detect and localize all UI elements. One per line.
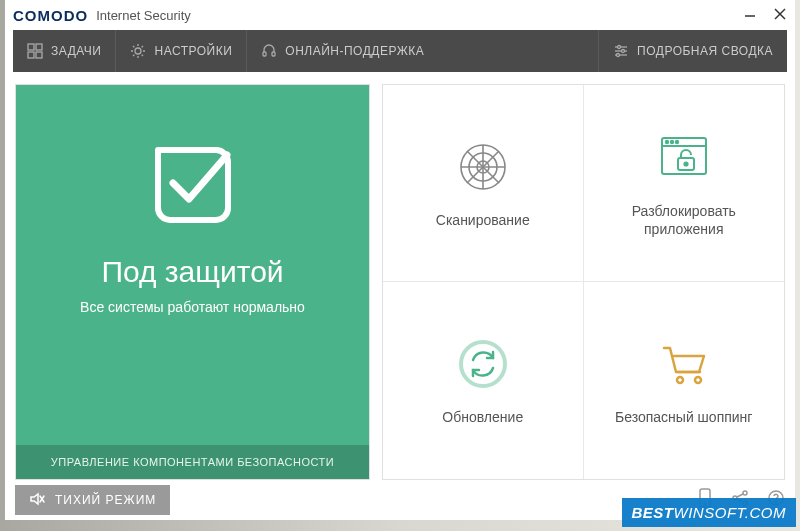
tiles-grid: Сканирование Разблокировать приложения: [382, 84, 785, 480]
svg-point-32: [695, 377, 701, 383]
svg-point-29: [684, 162, 687, 165]
svg-point-31: [677, 377, 683, 383]
tile-unblock-apps[interactable]: Разблокировать приложения: [584, 85, 785, 282]
toolbar-settings[interactable]: НАСТРОЙКИ: [116, 30, 246, 72]
svg-rect-4: [36, 44, 42, 50]
watermark-bold: BEST: [632, 504, 674, 521]
tile-scan-label: Сканирование: [426, 211, 540, 229]
tile-shopping-label: Безопасный шоппинг: [605, 408, 762, 426]
toolbar-summary[interactable]: ПОДРОБНАЯ СВОДКА: [599, 30, 787, 72]
svg-point-38: [743, 491, 747, 495]
svg-rect-9: [272, 52, 275, 56]
svg-point-25: [666, 141, 668, 143]
app-window: COMODO Internet Security ЗАДАЧИ: [5, 0, 795, 520]
manage-components-button[interactable]: УПРАВЛЕНИЕ КОМПОНЕНТАМИ БЕЗОПАСНОСТИ: [16, 445, 369, 479]
svg-point-26: [671, 141, 673, 143]
svg-point-15: [617, 54, 620, 57]
toolbar: ЗАДАЧИ НАСТРОЙКИ ОНЛАЙН-ПОДДЕРЖКА: [13, 30, 787, 72]
manage-components-label: УПРАВЛЕНИЕ КОМПОНЕНТАМИ БЕЗОПАСНОСТИ: [51, 456, 334, 468]
svg-point-11: [618, 46, 621, 49]
close-button[interactable]: [773, 7, 787, 24]
svg-rect-3: [28, 44, 34, 50]
tile-secure-shopping[interactable]: Безопасный шоппинг: [584, 282, 785, 479]
svg-rect-8: [263, 52, 266, 56]
watermark: BESTWINSOFT.COM: [622, 498, 796, 527]
gear-icon: [130, 43, 146, 59]
cart-icon: [656, 334, 712, 394]
tile-update-label: Обновление: [432, 408, 533, 426]
minimize-button[interactable]: [743, 7, 757, 24]
brand-logo: COMODO: [13, 7, 88, 24]
svg-point-27: [676, 141, 678, 143]
silent-mode-button[interactable]: ТИХИЙ РЕЖИМ: [15, 485, 170, 515]
tile-update[interactable]: Обновление: [383, 282, 584, 479]
svg-point-7: [135, 48, 141, 54]
brand-subtitle: Internet Security: [96, 8, 191, 23]
toolbar-support[interactable]: ОНЛАЙН-ПОДДЕРЖКА: [247, 30, 438, 72]
toolbar-tasks[interactable]: ЗАДАЧИ: [13, 30, 115, 72]
main-area: Под защитой Все системы работают нормаль…: [5, 72, 795, 480]
titlebar: COMODO Internet Security: [5, 0, 795, 30]
grid-icon: [27, 43, 43, 59]
toolbar-tasks-label: ЗАДАЧИ: [51, 44, 101, 58]
svg-rect-6: [36, 52, 42, 58]
toolbar-settings-label: НАСТРОЙКИ: [154, 44, 232, 58]
headset-icon: [261, 43, 277, 59]
status-card: Под защитой Все системы работают нормаль…: [15, 84, 370, 480]
unlock-window-icon: [656, 128, 712, 188]
tile-unblock-label: Разблокировать приложения: [584, 202, 785, 238]
watermark-thin: WINSOFT.COM: [674, 504, 786, 521]
mute-icon: [29, 491, 45, 510]
radar-icon: [455, 137, 511, 197]
svg-rect-5: [28, 52, 34, 58]
protected-check-icon: [133, 125, 253, 245]
toolbar-summary-label: ПОДРОБНАЯ СВОДКА: [637, 44, 773, 58]
toolbar-support-label: ОНЛАЙН-ПОДДЕРЖКА: [285, 44, 424, 58]
tile-scan[interactable]: Сканирование: [383, 85, 584, 282]
status-subtitle: Все системы работают нормально: [80, 299, 305, 315]
window-controls: [743, 7, 787, 24]
svg-point-30: [461, 342, 505, 386]
sliders-icon: [613, 43, 629, 59]
status-title: Под защитой: [101, 255, 283, 289]
svg-line-40: [737, 494, 743, 497]
refresh-icon: [455, 334, 511, 394]
svg-point-13: [622, 50, 625, 53]
silent-mode-label: ТИХИЙ РЕЖИМ: [55, 493, 156, 507]
